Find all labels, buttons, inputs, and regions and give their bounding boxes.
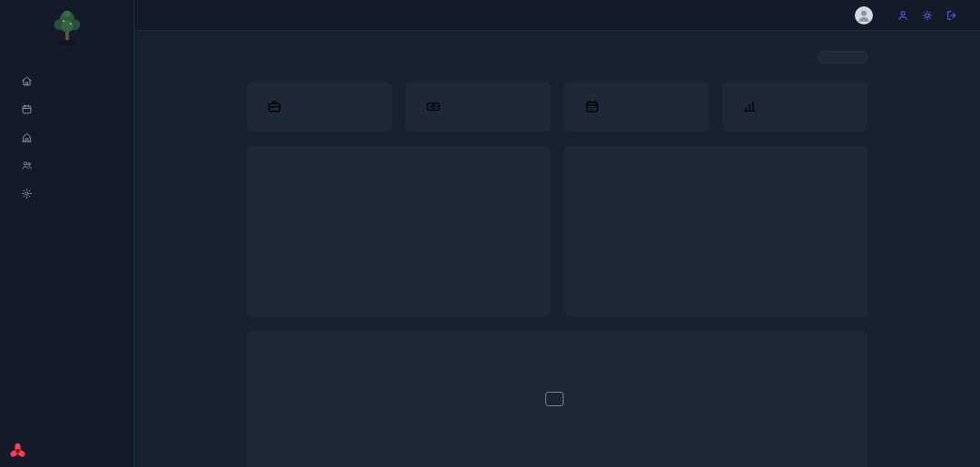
date-filter-group [818, 51, 867, 63]
filter-last-7-days[interactable] [822, 54, 835, 60]
sidebar-item-settings[interactable] [14, 182, 120, 205]
stats-row [247, 82, 867, 131]
stat-card-occupancy [722, 82, 867, 131]
sun-icon [921, 9, 934, 22]
logo-tree-icon [46, 8, 88, 46]
sidebar [0, 0, 134, 467]
sidebar-nav [0, 70, 133, 205]
cabin-icon [21, 131, 33, 143]
stay-duration-donut-chart[interactable] [620, 167, 736, 283]
logout-icon[interactable] [944, 7, 960, 24]
chart-tooltip [545, 392, 564, 406]
gear-icon [21, 188, 33, 199]
briefcase-icon [258, 90, 291, 123]
stay-duration-panel [564, 146, 868, 316]
banknotes-icon [416, 90, 450, 123]
sales-area-chart[interactable] [299, 355, 848, 467]
stat-card-bookings [247, 82, 392, 131]
calendar-icon [21, 103, 33, 115]
avatar [855, 6, 873, 24]
users-icon [21, 160, 33, 171]
avatar-person-icon [856, 7, 872, 24]
sales-chart-panel [247, 331, 867, 467]
dark-mode-toggle[interactable] [919, 7, 936, 24]
filter-last-30-days[interactable] [837, 54, 849, 60]
react-query-devtools-button[interactable] [8, 442, 27, 461]
sidebar-item-cabins[interactable] [14, 126, 120, 149]
today-panel [247, 146, 551, 316]
filter-last-90-days[interactable] [851, 54, 864, 60]
app-window [0, 0, 980, 467]
stat-card-check-ins [564, 82, 710, 131]
header [134, 0, 980, 31]
chart-bar-icon [733, 90, 767, 123]
y-axis [260, 355, 291, 467]
main-content [134, 31, 980, 467]
user-icon[interactable] [895, 7, 911, 24]
flower-icon [8, 442, 27, 461]
sidebar-item-bookings[interactable] [14, 98, 120, 121]
home-icon [21, 75, 33, 87]
sales-chart-area [260, 355, 854, 467]
logo [0, 8, 133, 50]
stat-card-sales [406, 82, 551, 131]
sidebar-item-users[interactable] [14, 154, 120, 177]
sidebar-item-home[interactable] [14, 70, 120, 92]
calendar-days-icon [575, 90, 609, 123]
